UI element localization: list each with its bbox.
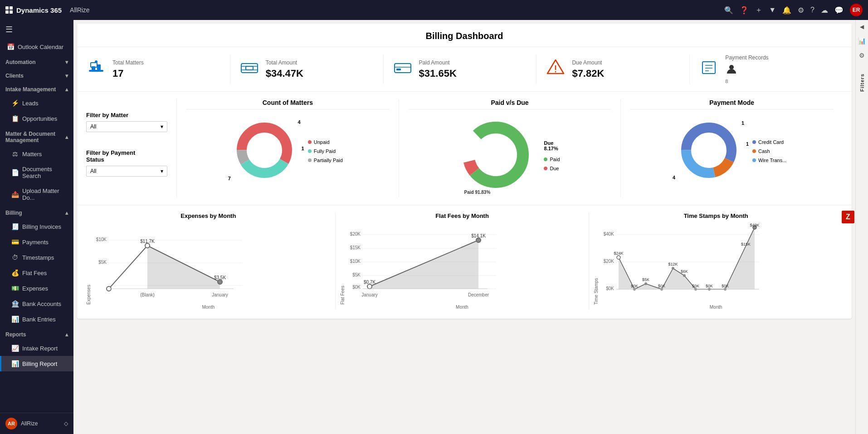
svg-point-14	[555, 71, 556, 73]
svg-rect-6	[246, 66, 253, 70]
sidebar-item-opportunities[interactable]: 📋 Opportunities	[0, 111, 73, 126]
filter-matter-select[interactable]: All ▾	[86, 121, 167, 132]
svg-rect-0	[89, 70, 103, 72]
intake-chevron: ▴	[65, 86, 68, 93]
line-charts-row: Expenses by Month Expenses $10K $5K	[86, 212, 843, 310]
svg-text:December: December	[468, 292, 489, 297]
sidebar-label-bank-accounts: Bank Accounts	[22, 301, 61, 307]
intake-label: Intake Management	[5, 86, 56, 93]
sidebar-item-intake-report[interactable]: 📈 Intake Report	[0, 340, 73, 356]
user-avatar[interactable]: ER	[850, 4, 863, 16]
svg-text:$49K: $49K	[750, 223, 760, 227]
timestamps-title: Time Stamps by Month	[594, 212, 838, 219]
content-area: Billing Dashboard Total Matter	[73, 20, 855, 434]
clients-label: Clients	[5, 73, 24, 79]
reports-label: Reports	[5, 331, 26, 338]
calendar-icon: 📅	[7, 43, 14, 50]
chart-icon[interactable]: 📊	[856, 35, 868, 46]
filter-section: Filter by Matter All ▾ Filter by Payment…	[86, 108, 167, 177]
filter-icon[interactable]: ▼	[769, 6, 776, 14]
paid-amount-icon	[393, 57, 413, 81]
svg-point-40	[145, 243, 150, 248]
svg-text:$14.1K: $14.1K	[471, 233, 486, 238]
count-matters-legend: Unpaid Fully Paid Partially Paid	[308, 139, 343, 163]
svg-text:$6K: $6K	[681, 269, 688, 274]
svg-point-30	[692, 133, 726, 168]
collapse-icon[interactable]: ◀	[860, 24, 864, 30]
svg-rect-15	[702, 62, 715, 74]
sidebar-item-upload-matter[interactable]: 📤 Upload Matter Do...	[0, 183, 73, 205]
chat-icon[interactable]: 💬	[834, 6, 844, 15]
topbar-right: 🔍 ❓ ＋ ▼ 🔔 ⚙ ? ☁ 💬 ER	[724, 4, 863, 16]
sidebar-section-automation[interactable]: Automation ▾	[0, 54, 73, 68]
sidebar-label-billing-report: Billing Report	[22, 360, 57, 367]
sidebar-section-intake[interactable]: Intake Management ▴	[0, 82, 73, 95]
sidebar-section-reports[interactable]: Reports ▴	[0, 327, 73, 340]
sidebar-user[interactable]: AR AllRize ◇	[0, 413, 73, 434]
sidebar-item-billing-report[interactable]: 📊 Billing Report	[0, 356, 73, 371]
svg-text:January: January	[361, 292, 378, 297]
sidebar-item-billing-invoices[interactable]: 🧾 Billing Invoices	[0, 219, 73, 234]
sidebar-item-documents-search[interactable]: 📄 Documents Search	[0, 162, 73, 183]
timestamps-y-label: Time Stamps	[594, 223, 599, 305]
payment-mode-legend: Credit Card Cash Wire Trans...	[752, 139, 786, 163]
add-icon[interactable]: ＋	[755, 5, 762, 15]
cloud-icon[interactable]: ☁	[821, 6, 828, 15]
sidebar-item-payments[interactable]: 💳 Payments	[0, 234, 73, 250]
svg-text:$10K: $10K	[350, 259, 361, 264]
opportunities-icon: 📋	[11, 115, 19, 122]
gear-icon[interactable]: ⚙	[857, 50, 867, 61]
hamburger-menu[interactable]: ☰	[0, 20, 73, 39]
settings-icon[interactable]: ⚙	[798, 6, 804, 15]
svg-text:$10K: $10K	[96, 237, 107, 242]
sidebar-item-flat-fees[interactable]: 💰 Flat Fees	[0, 265, 73, 281]
payment-records-icon	[699, 57, 719, 81]
svg-point-41	[218, 280, 222, 284]
documents-icon: 📄	[11, 169, 19, 176]
z-button[interactable]: Z	[842, 211, 854, 223]
sidebar-section-clients[interactable]: Clients ▾	[0, 68, 73, 82]
kpi-payment-records-text: Payment Records 8	[725, 54, 768, 84]
svg-point-19	[729, 65, 734, 69]
expenses-x-label: Month	[86, 305, 331, 310]
svg-text:$5K: $5K	[98, 260, 107, 265]
charts-row: Filter by Matter All ▾ Filter by Payment…	[86, 99, 843, 197]
sidebar-item-matters[interactable]: ⚖ Matters	[0, 146, 73, 162]
sidebar-item-bank-accounts[interactable]: 🏦 Bank Accounts	[0, 296, 73, 311]
svg-text:$0K: $0K	[722, 284, 729, 288]
sidebar-item-outlook-calendar[interactable]: 📅 Outlook Calendar	[0, 39, 73, 54]
sidebar-item-bank-entries[interactable]: 📊 Bank Entries	[0, 311, 73, 327]
flat-fees-svg: $20K $15K $10K $5K $0K	[347, 223, 501, 305]
sidebar-item-timestamps[interactable]: ⏱ Timestamps	[0, 250, 73, 265]
sidebar-label-matters: Matters	[22, 151, 42, 158]
filter-payment-select[interactable]: All ▾	[86, 166, 167, 177]
sidebar-section-billing[interactable]: Billing ▴	[0, 205, 73, 219]
svg-marker-36	[147, 246, 220, 289]
flat-fees-x-label: Month	[340, 305, 585, 310]
charts-section: Filter by Matter All ▾ Filter by Payment…	[77, 92, 852, 205]
payment-mode-donut: 1 1 4	[677, 118, 741, 184]
sidebar-label-expenses: Expenses	[22, 285, 48, 292]
notification-icon[interactable]: 🔔	[782, 6, 791, 15]
kpi-paid-amount: Paid Amount $31.65K	[384, 54, 537, 84]
expenses-title: Expenses by Month	[86, 212, 331, 219]
svg-text:$12K: $12K	[668, 262, 678, 266]
sidebar-item-expenses[interactable]: 💵 Expenses	[0, 281, 73, 296]
sidebar-section-matter[interactable]: Matter & Document Management ▴	[0, 126, 73, 146]
sidebar-item-leads[interactable]: ⚡ Leads	[0, 95, 73, 111]
kpi-total-matters: Total Matters 17	[86, 54, 230, 84]
matters-icon: ⚖	[11, 150, 19, 158]
upload-icon: 📤	[11, 191, 19, 198]
payment-records-value	[725, 63, 768, 79]
kpi-row: Total Matters 17 Total Amoun	[77, 47, 852, 92]
kpi-payment-records: Payment Records 8	[690, 54, 843, 84]
clients-chevron: ▾	[65, 73, 68, 79]
svg-text:$0K: $0K	[631, 284, 638, 288]
svg-text:$0K: $0K	[606, 286, 614, 291]
help-icon[interactable]: ❓	[740, 6, 749, 15]
total-matters-icon	[86, 57, 106, 81]
expenses-y-label: Expenses	[86, 223, 91, 305]
svg-rect-5	[241, 64, 258, 73]
question-icon[interactable]: ?	[810, 6, 814, 14]
search-icon[interactable]: 🔍	[724, 6, 733, 15]
